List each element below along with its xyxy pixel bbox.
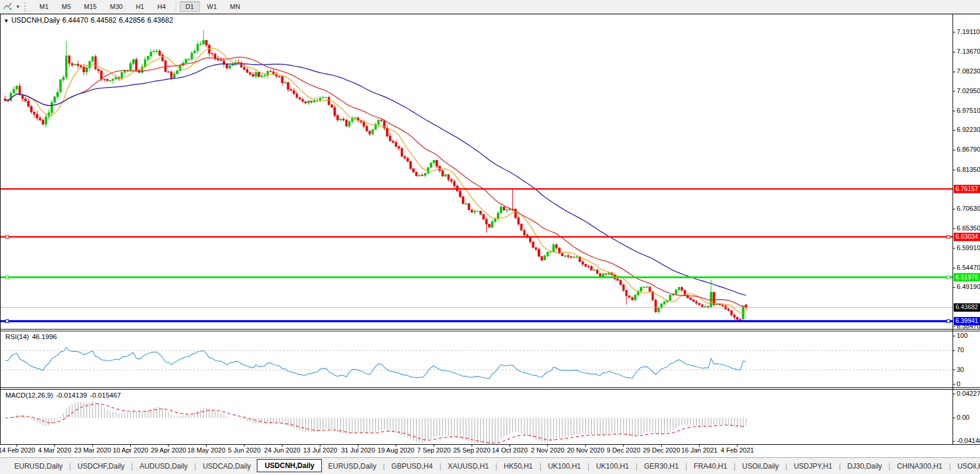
title-low: 6.42856 bbox=[119, 16, 145, 24]
macd-name: MACD(12,26,9) bbox=[5, 392, 53, 399]
date-tick-label: 10 Apr 2020 bbox=[113, 447, 148, 454]
date-tick-label: 7 Sep 2020 bbox=[417, 447, 450, 454]
timeframe-button-m5[interactable]: M5 bbox=[56, 1, 76, 12]
toolbar-separator bbox=[176, 2, 176, 11]
tab-usdchf-daily[interactable]: USDCHF,Daily bbox=[72, 460, 131, 472]
candle bbox=[655, 298, 656, 313]
date-axis[interactable]: 14 Feb 20204 Mar 202023 Mar 202010 Apr 2… bbox=[0, 445, 754, 454]
candle bbox=[585, 264, 586, 267]
chart-plot-area[interactable] bbox=[0, 14, 980, 445]
candle bbox=[416, 171, 417, 177]
hline-price-marker: 6.51976 bbox=[954, 273, 980, 281]
tab-usoil-daily[interactable]: USOil,Daily bbox=[736, 460, 785, 472]
price-tick-label: 6.70630 bbox=[957, 205, 980, 212]
price-tick-label: 6.65350 bbox=[957, 224, 980, 232]
candle bbox=[136, 58, 137, 72]
hline-handle[interactable] bbox=[6, 235, 9, 238]
tab-usdcad-daily[interactable]: USDCAD,Daily bbox=[196, 460, 257, 472]
timeframe-button-m30[interactable]: M30 bbox=[104, 1, 128, 12]
tab-fra40-h1[interactable]: FRA40,H1 bbox=[688, 460, 733, 472]
tab-usoil-h1[interactable]: USOil,H1 bbox=[951, 460, 980, 472]
date-tick-label: 13 Jul 2020 bbox=[303, 447, 337, 454]
hline-handle[interactable] bbox=[947, 320, 950, 323]
date-tick-label: 29 Dec 2020 bbox=[643, 447, 680, 454]
periods-icon[interactable] bbox=[1, 1, 14, 13]
price-tick-label: 6.49190 bbox=[957, 283, 980, 290]
tab-audusd-daily[interactable]: AUDUSD,Daily bbox=[134, 460, 194, 472]
candle bbox=[684, 290, 686, 296]
candle bbox=[713, 292, 715, 306]
hline-handle[interactable] bbox=[6, 320, 9, 323]
candle bbox=[520, 223, 522, 230]
candle bbox=[468, 203, 470, 210]
price-tick-label: 6.97510 bbox=[957, 107, 980, 114]
svg-text:6.43682: 6.43682 bbox=[956, 303, 978, 310]
candle bbox=[515, 208, 517, 219]
tab-china300-h1[interactable]: CHINA300,H1 bbox=[891, 460, 948, 472]
timeframe-button-h1[interactable]: H1 bbox=[130, 1, 150, 12]
rsi-tick-label: 30 bbox=[957, 366, 964, 373]
price-tick-label: 7.02950 bbox=[957, 87, 980, 94]
tab-eurusd-daily[interactable]: EURUSD,Daily bbox=[8, 460, 69, 472]
date-tick-label: 31 Jul 2020 bbox=[341, 447, 375, 454]
candle bbox=[54, 96, 56, 103]
symbol-tabbar: EURUSD,Daily|USDCHF,Daily|AUDUSD,Daily|U… bbox=[0, 457, 980, 474]
collapse-triangle-icon[interactable]: ▼ bbox=[4, 18, 9, 24]
tab-hk50-h1[interactable]: HK50,H1 bbox=[498, 460, 539, 472]
date-tick-label: 19 Aug 2020 bbox=[377, 447, 414, 454]
hline-handle[interactable] bbox=[947, 235, 950, 238]
date-tick-label: 9 Dec 2020 bbox=[607, 447, 640, 454]
macd-main-value: -0.014139 bbox=[56, 392, 87, 399]
dropdown-caret-icon[interactable]: ▼ bbox=[14, 4, 21, 10]
rsi-tick-label: 0 bbox=[957, 380, 960, 387]
tab-usdcnh-daily[interactable]: USDCNH,Daily bbox=[257, 459, 322, 472]
hline-handle[interactable] bbox=[947, 276, 950, 279]
tab-eurusd-daily[interactable]: EURUSD,Daily bbox=[322, 460, 382, 472]
tab-xauusd-h1[interactable]: XAUUSD,H1 bbox=[442, 460, 495, 472]
timeframe-button-d1[interactable]: D1 bbox=[180, 1, 200, 12]
candle bbox=[462, 196, 464, 204]
title-open: 6.44470 bbox=[62, 16, 88, 24]
candle bbox=[442, 170, 444, 177]
chart-canvas[interactable]: 7.191107.136707.082307.029506.975106.922… bbox=[0, 0, 980, 474]
candle bbox=[91, 56, 93, 62]
rsi-tick-label: 100 bbox=[957, 332, 967, 339]
rsi-value: 46.1996 bbox=[32, 333, 57, 340]
title-symbol: USDCNH,Daily bbox=[11, 16, 60, 24]
price-tick-label: 6.86790 bbox=[957, 146, 980, 153]
chart-title: ▼USDCNH,Daily6.444706.445826.428566.4368… bbox=[4, 16, 176, 24]
timeframe-button-m1[interactable]: M1 bbox=[33, 1, 54, 12]
rsi-label: RSI(14)46.1996 bbox=[5, 333, 60, 340]
timeframe-button-mn[interactable]: MN bbox=[224, 1, 246, 12]
hline-price-marker: 6.63034 bbox=[954, 233, 980, 241]
candle bbox=[489, 224, 490, 227]
tab-gbpusd-h4[interactable]: GBPUSD,H4 bbox=[385, 460, 438, 472]
tab-uk100-h1[interactable]: UK100,H1 bbox=[542, 460, 586, 472]
macd-signal-value: -0.015467 bbox=[90, 392, 121, 399]
candle bbox=[176, 70, 178, 75]
candle bbox=[60, 79, 62, 93]
tab-dj30-daily[interactable]: DJ30,Daily bbox=[841, 460, 888, 472]
date-tick-label: 4 Mar 2020 bbox=[38, 447, 72, 454]
tab-uk100-h1[interactable]: UK100,H1 bbox=[590, 460, 635, 472]
tab-ger30-h1[interactable]: GER30,H1 bbox=[638, 460, 684, 472]
price-tick-label: 7.13670 bbox=[957, 48, 980, 55]
current-price-marker: 6.43682 bbox=[954, 303, 980, 312]
candle bbox=[503, 207, 505, 211]
hline-handle[interactable] bbox=[6, 276, 9, 279]
date-tick-label: 16 Jan 2021 bbox=[681, 447, 718, 454]
date-tick-label: 29 Apr 2020 bbox=[150, 447, 186, 454]
candle bbox=[477, 211, 478, 211]
candle bbox=[94, 54, 96, 70]
date-tick-label: 14 Oct 2020 bbox=[492, 447, 528, 454]
timeframe-button-w1[interactable]: W1 bbox=[201, 1, 223, 12]
tab-usdjpy-h1[interactable]: USDJPY,H1 bbox=[788, 460, 838, 472]
date-tick-label: 14 Feb 2020 bbox=[0, 447, 35, 454]
candle bbox=[410, 161, 411, 170]
timeframe-button-h4[interactable]: H4 bbox=[151, 1, 171, 12]
date-tick-label: 20 Nov 2020 bbox=[567, 447, 604, 454]
date-tick-label: 4 Feb 2021 bbox=[721, 447, 754, 454]
timeframe-button-m15[interactable]: M15 bbox=[78, 1, 103, 12]
title-high: 6.44582 bbox=[91, 16, 116, 24]
candle bbox=[538, 248, 540, 256]
